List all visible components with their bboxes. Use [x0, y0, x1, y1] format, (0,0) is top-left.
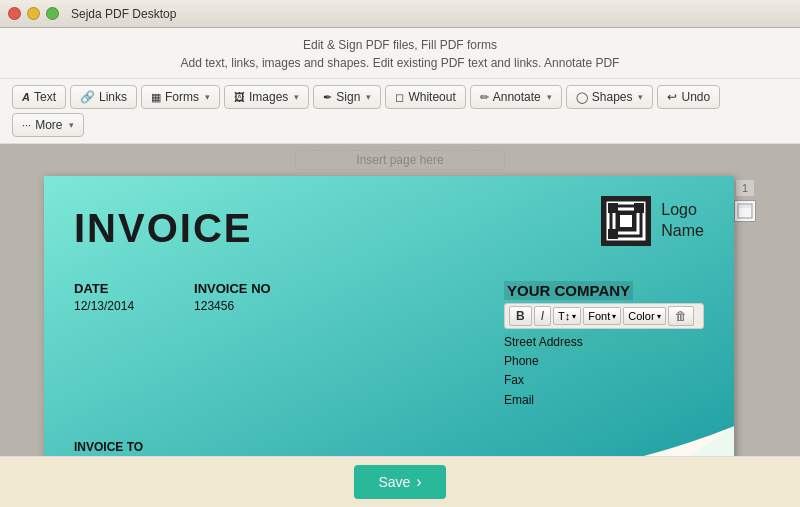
- text-size-dropdown[interactable]: T↕ ▾: [553, 307, 581, 325]
- main-toolbar: A Text 🔗 Links ▦ Forms ▾ 🖼 Images ▾ ✒ Si…: [0, 79, 800, 144]
- company-info-section: YOUR COMPANY B I T↕ ▾: [504, 281, 704, 410]
- invoice-no-value: 123456: [194, 299, 234, 313]
- company-address-details: Street Address Phone Fax Email: [504, 333, 704, 410]
- images-tool-label: Images: [249, 90, 288, 104]
- shapes-tool-label: Shapes: [592, 90, 633, 104]
- title-bar: Sejda PDF Desktop: [0, 0, 800, 28]
- logo-name-text: LogoName: [661, 200, 704, 242]
- undo-icon: ↩: [667, 90, 677, 104]
- page-thumbnail[interactable]: [734, 200, 756, 222]
- save-button[interactable]: Save ›: [354, 465, 445, 499]
- invoice-no-item: INVOICE NO 123456: [194, 281, 271, 410]
- invoice-meta-row: DATE 12/13/2014 INVOICE NO 123456 YOUR C…: [74, 281, 704, 410]
- save-bar: Save ›: [0, 456, 800, 507]
- more-icon: ···: [22, 119, 31, 131]
- date-label: DATE: [74, 281, 134, 296]
- svg-rect-4: [634, 203, 644, 213]
- sign-tool-button[interactable]: ✒ Sign ▾: [313, 85, 381, 109]
- annotate-icon: ✏: [480, 91, 489, 104]
- bold-button[interactable]: B: [509, 306, 532, 326]
- insert-page-bar: Insert page here: [0, 144, 800, 176]
- subtitle-line1: Edit & Sign PDF files, Fill PDF forms: [0, 36, 800, 54]
- invoice-top-row: INVOICE: [74, 196, 704, 251]
- window-title: Sejda PDF Desktop: [71, 7, 176, 21]
- window-controls[interactable]: [8, 7, 59, 20]
- svg-rect-2: [620, 215, 632, 227]
- logo-icon: [601, 196, 651, 246]
- invoice-no-label: INVOICE NO: [194, 281, 271, 296]
- whiteout-tool-button[interactable]: ◻ Whiteout: [385, 85, 465, 109]
- whiteout-tool-label: Whiteout: [408, 90, 455, 104]
- images-tool-button[interactable]: 🖼 Images ▾: [224, 85, 309, 109]
- page-number: 1: [736, 180, 754, 196]
- page-number-column: 1: [734, 176, 756, 456]
- company-fax: Fax: [504, 371, 704, 390]
- delete-text-button[interactable]: 🗑: [668, 306, 694, 326]
- more-chevron-icon: ▾: [69, 120, 74, 130]
- color-dropdown[interactable]: Color ▾: [623, 307, 665, 325]
- pdf-page-wrapper: INVOICE: [0, 176, 800, 456]
- more-label: More: [35, 118, 62, 132]
- logo-text: LogoName: [661, 200, 704, 242]
- forms-chevron-icon: ▾: [205, 92, 210, 102]
- subtitle-line2: Add text, links, images and shapes. Edit…: [0, 54, 800, 72]
- font-label: Font: [588, 310, 610, 322]
- trash-icon: 🗑: [675, 309, 687, 323]
- font-chevron-icon: ▾: [612, 312, 616, 321]
- header-subtitle: Edit & Sign PDF files, Fill PDF forms Ad…: [0, 28, 800, 79]
- text-tool-label: Text: [34, 90, 56, 104]
- more-button[interactable]: ··· More ▾: [12, 113, 84, 137]
- links-tool-label: Links: [99, 90, 127, 104]
- whiteout-icon: ◻: [395, 91, 404, 104]
- color-label: Color: [628, 310, 654, 322]
- insert-page-button[interactable]: Insert page here: [295, 150, 504, 170]
- text-tool-button[interactable]: A Text: [12, 85, 66, 109]
- italic-button[interactable]: I: [534, 306, 551, 326]
- company-name[interactable]: YOUR COMPANY: [504, 281, 633, 300]
- annotate-tool-label: Annotate: [493, 90, 541, 104]
- invoice-title: INVOICE: [74, 206, 252, 251]
- text-icon: A: [22, 91, 30, 103]
- invoice-to-section: INVOICE TO Street Address City, ST ZIP C…: [74, 440, 704, 456]
- undo-label: Undo: [681, 90, 710, 104]
- app-container: Edit & Sign PDF files, Fill PDF forms Ad…: [0, 28, 800, 507]
- main-area: Insert page here: [0, 144, 800, 456]
- sign-icon: ✒: [323, 91, 332, 104]
- save-arrow-icon: ›: [416, 473, 421, 491]
- shapes-chevron-icon: ▾: [638, 92, 643, 102]
- links-tool-button[interactable]: 🔗 Links: [70, 85, 137, 109]
- forms-tool-label: Forms: [165, 90, 199, 104]
- text-size-label: T↕: [558, 310, 570, 322]
- company-phone: Phone: [504, 352, 704, 371]
- logo-area: LogoName: [601, 196, 704, 246]
- font-dropdown[interactable]: Font ▾: [583, 307, 621, 325]
- date-item: DATE 12/13/2014: [74, 281, 134, 410]
- pdf-page: INVOICE: [44, 176, 734, 456]
- company-email: Email: [504, 391, 704, 410]
- text-format-toolbar: B I T↕ ▾ Font ▾: [504, 303, 704, 329]
- sign-chevron-icon: ▾: [366, 92, 371, 102]
- annotate-chevron-icon: ▾: [547, 92, 552, 102]
- svg-rect-3: [608, 203, 618, 213]
- svg-rect-7: [739, 205, 751, 208]
- text-size-chevron-icon: ▾: [572, 312, 576, 321]
- forms-icon: ▦: [151, 91, 161, 104]
- invoice-to-label: INVOICE TO: [74, 440, 704, 454]
- shapes-icon: ◯: [576, 91, 588, 104]
- maximize-button[interactable]: [46, 7, 59, 20]
- minimize-button[interactable]: [27, 7, 40, 20]
- shapes-tool-button[interactable]: ◯ Shapes ▾: [566, 85, 654, 109]
- color-chevron-icon: ▾: [657, 312, 661, 321]
- forms-tool-button[interactable]: ▦ Forms ▾: [141, 85, 220, 109]
- date-value: 12/13/2014: [74, 299, 134, 313]
- images-chevron-icon: ▾: [294, 92, 299, 102]
- images-icon: 🖼: [234, 91, 245, 103]
- annotate-tool-button[interactable]: ✏ Annotate ▾: [470, 85, 562, 109]
- sign-tool-label: Sign: [336, 90, 360, 104]
- save-label: Save: [378, 474, 410, 490]
- svg-rect-5: [608, 229, 618, 239]
- close-button[interactable]: [8, 7, 21, 20]
- company-address-line: Street Address: [504, 333, 704, 352]
- undo-button[interactable]: ↩ Undo: [657, 85, 720, 109]
- link-icon: 🔗: [80, 90, 95, 104]
